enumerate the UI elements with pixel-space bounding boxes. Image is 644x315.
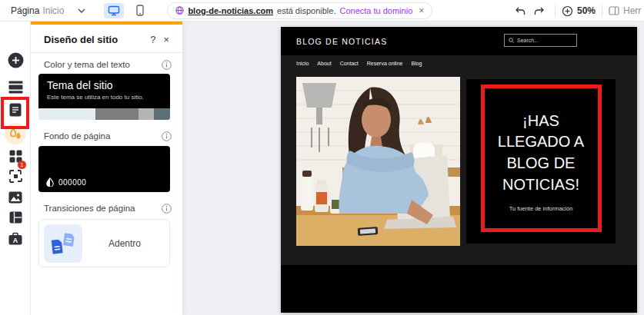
site-footer-section[interactable] [281, 265, 637, 313]
info-icon[interactable] [162, 203, 172, 217]
palette-swatch [38, 108, 95, 120]
zoom-control[interactable]: 50% [562, 5, 596, 17]
addons-icon [9, 170, 22, 183]
tools-panel-button[interactable]: Herr [609, 5, 644, 16]
hero-photo[interactable] [296, 77, 460, 246]
background-hex-value: 000000 [58, 178, 86, 187]
site-design-icon-bg [5, 123, 26, 144]
info-icon[interactable] [162, 59, 172, 73]
globe-icon [175, 6, 184, 15]
domain-banner: blog-de-noticias.com está disponible. Co… [167, 2, 432, 19]
mobile-icon [136, 5, 144, 16]
page-selector[interactable]: Página Inicio [0, 5, 93, 16]
redo-button[interactable] [530, 2, 549, 20]
site-preview[interactable]: BLOG DE NOTICIAS Search... Inicio About … [281, 27, 637, 313]
nav-link-contact[interactable]: Contact [340, 61, 359, 66]
site-search-input[interactable]: Search... [504, 34, 577, 47]
content-manager-button[interactable] [0, 206, 31, 229]
site-design-panel: Diseño del sitio ? × Color y tema del te… [31, 22, 182, 315]
layout-grid-icon [9, 211, 22, 224]
desktop-icon [108, 5, 120, 16]
panel-accent-bar [31, 22, 182, 25]
search-icon [509, 38, 514, 43]
info-icon[interactable] [162, 131, 172, 144]
pages-icon [9, 103, 22, 117]
background-section-label: Fondo de página [44, 131, 110, 141]
theme-card-subtitle: Este tema se utiliza en todo tu sitio. [47, 94, 162, 101]
panel-title: Diseño del sitio [44, 34, 146, 45]
undo-icon [515, 6, 526, 16]
site-nav: Inicio About Contact Reserva online Blog [281, 55, 637, 71]
hero-heading[interactable]: ¡HAS LLEGADO A BLOG DE NOTICIAS! [491, 111, 591, 195]
panel-header: Diseño del sitio ? × [44, 31, 173, 48]
add-icon [8, 52, 24, 68]
sections-icon [8, 81, 23, 94]
svg-text:A: A [13, 236, 18, 244]
site-title[interactable]: BLOG DE NOTICIAS [296, 37, 387, 46]
media-icon [8, 191, 22, 204]
nav-link-inicio[interactable]: Inicio [296, 61, 309, 66]
add-element-button[interactable] [0, 48, 31, 71]
page-selector-value: Inicio [42, 5, 64, 16]
transition-icon-tile [44, 224, 82, 263]
page-transition-icon [50, 230, 76, 257]
theme-palette[interactable] [38, 108, 170, 120]
hero-text-box[interactable]: ¡HAS LLEGADO A BLOG DE NOTICIAS! Tu fuen… [466, 79, 616, 244]
zoom-level: 50% [577, 5, 596, 16]
palette-swatch [138, 108, 155, 120]
layers-button[interactable] [0, 310, 31, 315]
undo-button[interactable] [512, 2, 530, 20]
desktop-view-button[interactable] [104, 3, 124, 18]
palette-swatch [95, 108, 138, 120]
hero-section[interactable]: ¡HAS LLEGADO A BLOG DE NOTICIAS! Tu fuen… [281, 71, 637, 265]
connect-domain-link[interactable]: Conecta tu dominio [339, 6, 412, 15]
device-toggle [104, 3, 150, 18]
domain-url[interactable]: blog-de-noticias.com [188, 6, 273, 15]
search-placeholder: Search... [517, 38, 539, 43]
add-section-button[interactable] [0, 75, 31, 98]
close-icon[interactable]: × [419, 5, 424, 16]
editor-canvas[interactable]: BLOG DE NOTICIAS Search... Inicio About … [182, 22, 644, 315]
close-panel-icon[interactable]: × [159, 34, 173, 45]
redo-icon [533, 6, 545, 16]
help-icon[interactable]: ? [146, 34, 159, 45]
panel-divider [31, 52, 182, 53]
editor-sidebar: 1 A [0, 22, 31, 315]
addons-badge: 1 [18, 161, 26, 169]
business-tools-button[interactable]: A [0, 227, 31, 250]
topbar-divider [555, 5, 556, 17]
color-droplet-icon [46, 177, 54, 187]
domain-status: está disponible. [277, 6, 335, 15]
mobile-view-button[interactable] [130, 3, 150, 18]
page-selector-label: Página [11, 5, 39, 16]
topbar-divider [602, 5, 602, 17]
page-background-card[interactable]: 000000 [38, 146, 170, 192]
zoom-icon [562, 5, 573, 17]
hero-subheading[interactable]: Tu fuente de información [509, 205, 573, 212]
nav-link-reserva-online[interactable]: Reserva online [367, 61, 403, 66]
pages-button[interactable] [0, 98, 31, 121]
briefcase-icon: A [8, 232, 22, 245]
chevron-down-icon [78, 8, 85, 13]
site-theme-card[interactable]: Tema del sitio Este tema se utiliza en t… [38, 74, 170, 108]
tools-label: Herr [623, 5, 641, 16]
page-transition-card[interactable]: Adentro [38, 219, 170, 267]
site-header[interactable]: BLOG DE NOTICIAS Search... [281, 27, 637, 55]
nav-link-about[interactable]: About [317, 61, 331, 66]
nav-link-blog[interactable]: Blog [411, 61, 422, 66]
addons-button[interactable]: 1 [0, 164, 31, 187]
transitions-section-label: Transiciones de página [44, 204, 135, 213]
site-design-button[interactable] [0, 122, 31, 145]
theme-section-label: Color y tema del texto [44, 60, 130, 69]
topbar-actions: 50% Herr [512, 0, 644, 22]
site-design-icon [8, 128, 22, 140]
panel-layout-icon [609, 6, 619, 15]
editor-topbar: Página Inicio blog-de-noticias.com está … [0, 0, 644, 22]
wix-editor-window: Página Inicio blog-de-noticias.com está … [0, 0, 644, 315]
palette-swatch [154, 108, 170, 120]
transition-option-label: Adentro [108, 238, 141, 249]
theme-card-title: Tema del sitio [47, 79, 162, 91]
